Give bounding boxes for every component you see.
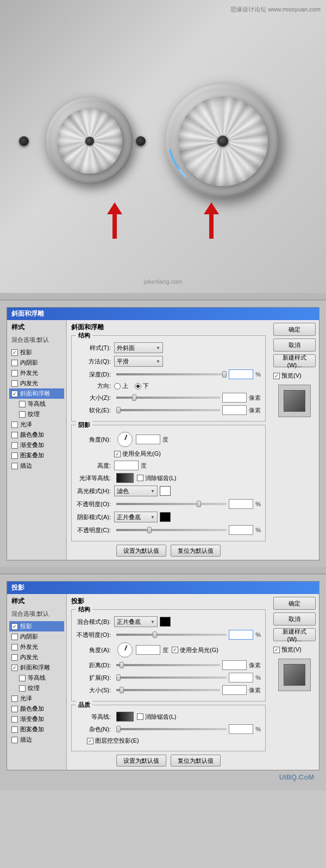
style-item-gradient-overlay[interactable]: 渐变叠加 [9,440,64,450]
style-item-texture[interactable]: 纹理 [9,409,64,419]
d2-checkbox-shadow[interactable] [11,623,18,630]
d2-spread-input[interactable]: 0 [229,673,253,682]
new-style-btn-2[interactable]: 新建样式(W)... [273,628,316,641]
h-opacity-thumb[interactable] [197,501,201,507]
d2-style-outer-glow[interactable]: 外发光 [9,642,64,652]
checkbox-texture[interactable] [19,411,26,418]
d2-noise-slider[interactable] [116,728,227,730]
depth-thumb[interactable] [222,371,227,378]
d2-checkbox-inner-shadow[interactable] [11,634,18,640]
style-item-inner-shadow[interactable]: 内阴影 [9,358,64,368]
soften-slider[interactable] [116,409,220,411]
d2-style-stroke[interactable]: 描边 [9,735,64,745]
d2-spread-thumb[interactable] [116,674,121,681]
checkbox-outer-glow[interactable] [11,370,18,376]
d2-noise-thumb[interactable] [116,726,121,732]
d2-checkbox-color-overlay[interactable] [11,706,18,712]
d2-distance-input[interactable]: 1 [222,660,247,670]
depth-input[interactable]: 1000 [229,369,253,379]
reset-default-btn[interactable]: 复位为默认值 [171,545,221,557]
d2-checkbox-global-light[interactable] [172,647,178,653]
checkbox-stroke[interactable] [11,463,18,469]
d2-spread-slider[interactable] [116,676,227,679]
d2-noise-input[interactable]: 0 [229,724,253,734]
s-opacity-slider[interactable] [116,529,227,531]
shadow-color[interactable] [160,512,171,522]
style-item-outer-glow[interactable]: 外发光 [9,368,64,378]
checkbox-color-overlay[interactable] [11,432,18,438]
gloss-swatch[interactable] [116,473,134,483]
highlight-select[interactable]: 滤色 ▼ [114,486,158,496]
size-input[interactable]: 4 [222,393,247,403]
d2-style-pattern-overlay[interactable]: 图案叠加 [9,724,64,735]
soften-input[interactable]: 0 [222,405,247,415]
direction-up[interactable]: 上 [114,382,128,390]
checkbox-preview-1[interactable] [273,373,280,379]
altitude-input[interactable]: 16 [114,461,139,470]
set-default-btn[interactable]: 设置为默认值 [116,545,166,557]
ok-btn-1[interactable]: 确定 [273,323,316,336]
d2-size-thumb[interactable] [120,687,124,693]
d2-size-slider[interactable] [116,689,220,691]
style-item-gloss[interactable]: 光泽 [9,419,64,430]
checkbox-shadow[interactable] [11,349,18,356]
cancel-btn-2[interactable]: 取消 [273,612,316,626]
checkbox-bevel[interactable] [11,391,18,397]
checkbox-global-light[interactable] [114,451,121,457]
d2-style-bevel[interactable]: 斜面和浮雕 [9,662,64,673]
d2-distance-slider[interactable] [116,664,220,666]
method-select[interactable]: 平滑 ▼ [114,356,163,367]
checkbox-inner-shadow[interactable] [11,360,18,366]
style-select[interactable]: 外斜面 ▼ [114,342,163,353]
h-opacity-slider[interactable] [116,503,227,505]
d2-checkbox-inner-glow[interactable] [11,654,18,661]
style-item-bevel[interactable]: 斜面和浮雕 [9,388,64,399]
style-item-contour[interactable]: 等高线 [9,399,64,409]
d2-style-inner-shadow[interactable]: 内阴影 [9,631,64,642]
style-item-pattern-overlay[interactable]: 图案叠加 [9,450,64,461]
d2-checkbox-bevel[interactable] [11,665,18,671]
d2-size-input[interactable]: 1 [222,685,247,695]
size-slider[interactable] [116,397,220,399]
highlight-color[interactable] [160,486,171,496]
radio-up[interactable] [114,383,121,390]
checkbox-inner-glow[interactable] [11,380,18,387]
d2-style-color-overlay[interactable]: 颜色叠加 [9,704,64,714]
cancel-btn-1[interactable]: 取消 [273,339,316,352]
d2-style-contour[interactable]: 等高线 [9,673,64,683]
checkbox-pattern-overlay[interactable] [11,452,18,459]
angle-dial[interactable] [117,432,133,447]
d2-blend-select[interactable]: 正片叠底 ▼ [114,616,158,627]
d2-checkbox-pattern-overlay[interactable] [11,726,18,733]
d2-checkbox-texture[interactable] [19,685,26,692]
checkbox-preview-2[interactable] [273,647,280,653]
d2-opacity-input[interactable]: 35 [229,630,253,640]
d2-opacity-slider[interactable] [116,634,227,636]
d2-style-texture[interactable]: 纹理 [9,683,64,693]
size-thumb[interactable] [132,394,136,401]
d2-checkbox-layer-knockout[interactable] [87,738,93,744]
d2-style-inner-glow[interactable]: 内发光 [9,652,64,662]
d2-checkbox-gloss[interactable] [11,695,18,702]
d2-contour-swatch[interactable] [116,712,134,722]
angle-input[interactable]: 56 [136,435,160,444]
d2-angle-input[interactable]: 56 [136,645,160,655]
direction-down[interactable]: 下 [135,382,149,390]
d2-checkbox-stroke[interactable] [11,737,18,743]
checkbox-contour[interactable] [19,401,26,407]
d2-style-gradient-overlay[interactable]: 渐变叠加 [9,714,64,724]
checkbox-anti-alias[interactable] [137,475,143,481]
d2-checkbox-outer-glow[interactable] [11,644,18,650]
d2-set-default-btn[interactable]: 设置为默认值 [116,755,166,767]
s-opacity-input[interactable]: 29 [229,525,253,535]
checkbox-gloss[interactable] [11,422,18,428]
d2-style-shadow[interactable]: 投影 [9,621,64,631]
d2-style-gloss[interactable]: 光泽 [9,693,64,704]
d2-opacity-thumb[interactable] [153,631,157,638]
soften-thumb[interactable] [116,407,121,413]
radio-down[interactable] [135,383,141,390]
shadow-mode-select[interactable]: 正片叠底 ▼ [114,512,158,522]
d2-checkbox-contour[interactable] [19,675,26,681]
ok-btn-2[interactable]: 确定 [273,597,316,610]
d2-blend-color[interactable] [160,617,171,627]
